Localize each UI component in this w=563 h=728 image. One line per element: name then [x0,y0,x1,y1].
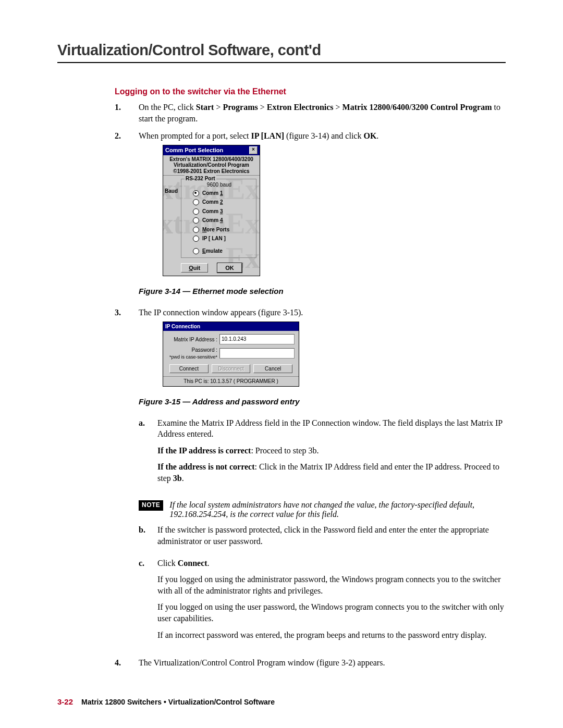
radio-ip-lan[interactable]: IP [ LAN ] [183,234,255,243]
radio-icon[interactable] [193,227,199,233]
radio-comm3[interactable]: Comm 3 [183,207,255,216]
sep: > [334,103,342,112]
connect-label: Connect [178,559,207,567]
step-2: 2. When prompted for a port, select IP [… [115,130,506,280]
text: . [207,559,210,567]
radio-icon[interactable] [193,199,199,205]
rs232-groupbox: RS-232 Port Baud 9600 baud Comm 1 Comm 2… [181,179,256,258]
substep-letter: b. [139,524,157,552]
step-4: 4. The Virtualization/Control Control Pr… [115,657,506,669]
step-number: 2. [115,130,139,280]
text: When prompted for a port, select [139,131,251,140]
text: Examine the Matrix IP Address field in t… [157,417,506,440]
ip-connection-dialog: IP Connection Matrix IP Address : 10.1.0… [163,322,299,387]
opt-label: Comm [202,190,220,196]
radio-emulate[interactable]: Emulate [183,246,255,256]
quit-button[interactable]: Quit [181,263,208,273]
menu-start: Start [196,103,214,112]
step-number: 3. [115,307,139,390]
ok-button[interactable]: OK [217,263,242,273]
opt-label: IP [ LAN ] [202,236,226,241]
group-legend: RS-232 Port [185,175,216,182]
title-rule [57,62,506,63]
step-3b: b. If the switcher is password protected… [139,524,506,552]
text: If an incorrect password was entered, th… [157,630,506,641]
text: . [376,131,378,140]
text: The Virtualization/Control Control Progr… [139,657,506,669]
dialog-title: Comm Port Selection [165,146,223,154]
step-number: 1. [115,102,139,124]
substep-letter: a. [139,417,157,489]
opt-label: Comm [202,208,220,214]
radio-icon[interactable] [193,208,199,215]
substep-letter: c. [139,558,157,646]
chapter-title: Virtualization/Control Software, cont'd [57,42,506,59]
radio-icon[interactable] [193,217,199,224]
text: The IP connection window appears (figure… [139,307,506,318]
sep: > [258,103,267,112]
note-text: If the local system administrators have … [169,500,506,519]
step-3c: c. Click Connect. If you logged on using… [139,558,506,646]
opt-label: Comm [202,217,220,223]
banner-line: Virtualization/Control Program [163,162,260,168]
menu-programs: Programs [223,103,258,112]
dialog-titlebar[interactable]: IP Connection [163,322,299,331]
text: : Proceed to step 3b. [251,446,319,455]
ip-address-input[interactable]: 10.1.0.243 [219,334,295,344]
note-block: NOTE If the local system administrators … [57,500,506,519]
opt-hotkey: 2 [220,199,223,205]
opt-label: mulate [206,248,223,254]
dialog-banner: Extron's MATRIX 12800/6400/3200 Virtuali… [163,155,260,176]
ip-lan-label: IP [LAN] [251,131,284,140]
text: If you logged on using the administrator… [157,574,506,596]
footer-title: Matrix 12800 Switchers • Virtualization/… [81,698,275,706]
dialog-titlebar[interactable]: Comm Port Selection × [163,145,260,155]
radio-comm2[interactable]: Comm 2 [183,198,255,207]
figure-3-14-caption: Figure 3-14 — Ethernet mode selection [57,287,506,295]
close-icon[interactable]: × [249,146,258,154]
page-footer: 3-22 Matrix 12800 Switchers • Virtualiza… [57,697,275,706]
opt-label: ore Ports [206,227,229,232]
step-ref: 3b [173,474,182,483]
menu-extron: Extron Electronics [267,103,334,112]
step-number: 4. [115,657,139,669]
cancel-button[interactable]: Cancel [253,364,292,373]
if-correct-label: If the IP address is correct [157,446,251,455]
dialog-title: IP Connection [165,323,200,330]
banner-line: ©1998-2001 Extron Electronics [163,168,260,175]
connect-button[interactable]: Connect [169,364,209,373]
text: On the PC, click [139,103,196,112]
text: (figure 3-14) and click [284,131,363,140]
sep: > [214,103,223,112]
ip-address-row: Matrix IP Address : 10.1.0.243 [167,334,295,344]
baud-value: 9600 baud [183,181,255,189]
radio-more-ports[interactable]: More Ports [183,225,255,235]
opt-label: Comm [202,199,220,205]
section-title: Logging on to the switcher via the Ether… [57,87,506,96]
if-not-correct-label: If the address is not correct [157,462,255,471]
note-badge: NOTE [139,500,163,511]
radio-comm1[interactable]: Comm 1 [183,189,255,198]
password-hint: *pwd is case-sensitive* [167,354,217,360]
step-3-sub: a. Examine the Matrix IP Address field i… [115,417,506,495]
password-row: Password : *pwd is case-sensitive* [167,347,295,360]
baud-label: Baud [165,188,178,195]
radio-icon[interactable] [193,190,199,196]
step-3: 3. The IP connection window appears (fig… [115,307,506,390]
step-1: 1. On the PC, click Start > Programs > E… [115,102,506,124]
step-3-sub-cont: b. If the switcher is password protected… [115,524,506,651]
radio-icon[interactable] [193,248,199,254]
disconnect-button[interactable]: Disconnect [212,364,251,373]
opt-hotkey: E [202,248,206,254]
text: If the switcher is password protected, c… [157,524,506,547]
radio-icon[interactable] [193,236,199,242]
step-3a: a. Examine the Matrix IP Address field i… [139,417,506,489]
opt-hotkey: 4 [220,217,223,223]
banner-line: Extron's MATRIX 12800/6400/3200 [163,156,260,163]
password-input[interactable] [219,348,295,359]
text: . [182,474,184,483]
radio-comm4[interactable]: Comm 4 [183,216,255,225]
password-label: Password : [192,347,217,353]
ok-label: OK [363,131,376,140]
opt-hotkey: 1 [220,190,223,196]
